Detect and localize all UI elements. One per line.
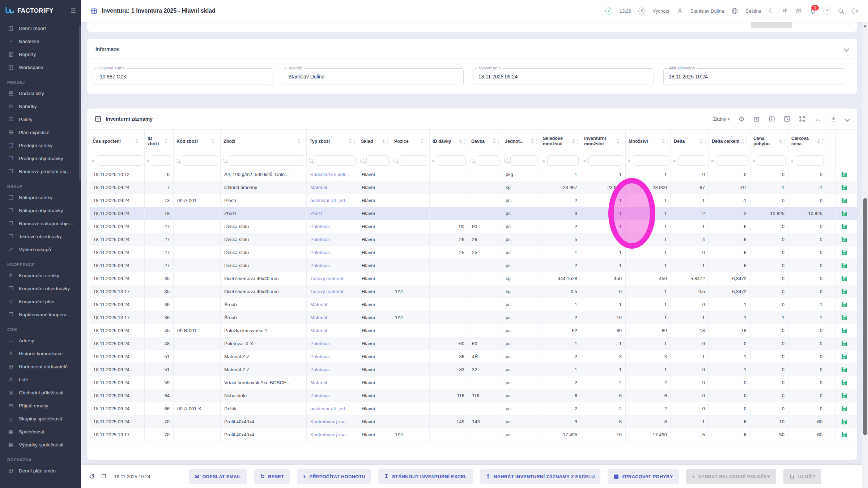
table-row[interactable]: 18.11.2025 09:2451Materiál Z-ZPolotovarH… bbox=[90, 363, 857, 376]
user-icon[interactable] bbox=[677, 8, 683, 14]
table-row[interactable]: 18.11.2025 09:2470Profil 40x40x4Kontrolo… bbox=[90, 415, 857, 428]
save-row-icon[interactable] bbox=[841, 392, 848, 399]
table-row[interactable]: 18.11.2025 09:241300-A-001Plechpolotovar… bbox=[90, 194, 857, 207]
sum-sigma-icon[interactable]: Σ bbox=[531, 138, 534, 144]
language-label[interactable]: Čeština bbox=[745, 8, 761, 14]
sum-sigma-icon[interactable]: Σ bbox=[349, 138, 352, 144]
column-resize-handle[interactable] bbox=[705, 139, 706, 144]
sum-sigma-icon[interactable]: Σ bbox=[212, 138, 214, 144]
filter-input-zbozi[interactable] bbox=[229, 155, 304, 166]
sidebar-item-plan-expedice[interactable]: ⊞Plán expedice bbox=[0, 126, 81, 139]
column-resize-handle[interactable] bbox=[784, 139, 785, 144]
cell-typ-zbozi[interactable]: polotovar alt. jed... bbox=[307, 402, 358, 415]
sum-sigma-icon[interactable]: Σ bbox=[459, 138, 462, 144]
column-header-typ-zbozi[interactable]: Typ zbožíΣ bbox=[307, 130, 358, 153]
settings-gear-icon[interactable]: ⚙ bbox=[739, 115, 745, 123]
gift-icon[interactable] bbox=[796, 8, 802, 14]
sidebar-item-vyhled-nakupu[interactable]: ↗Výhled nákupů bbox=[0, 243, 81, 256]
sidebar-item-workspace[interactable]: ◰Workspace bbox=[0, 61, 81, 74]
column-resize-handle[interactable] bbox=[746, 139, 747, 144]
sidebar-scrollbar-thumb[interactable] bbox=[79, 25, 81, 181]
sum-sigma-icon[interactable]: Σ bbox=[493, 138, 496, 144]
column-header-id-zbozi[interactable]: ID zbožíΣ bbox=[145, 130, 174, 153]
save-row-icon[interactable] bbox=[841, 236, 848, 243]
save-row-icon[interactable] bbox=[841, 327, 848, 334]
sidebar-item-lide[interactable]: ♙Lidé bbox=[0, 373, 81, 386]
cell-typ-zbozi[interactable]: Polotovar bbox=[307, 389, 358, 402]
sidebar-item-obchodni-prilezitosti[interactable]: ◎Obchodní příležitosti bbox=[0, 386, 81, 399]
filter-input-sklad[interactable] bbox=[366, 155, 389, 166]
filter-input-id-davky[interactable] bbox=[437, 155, 466, 166]
cell-typ-zbozi[interactable]: Materiál bbox=[307, 181, 358, 194]
table-row[interactable]: 18.11.2025 09:2464Noha stoluPolotovarHla… bbox=[90, 389, 857, 402]
save-row-icon[interactable] bbox=[841, 288, 848, 295]
save-row-icon[interactable] bbox=[841, 431, 848, 438]
save-row-icon[interactable] bbox=[841, 314, 848, 321]
help-icon[interactable]: ? bbox=[824, 8, 830, 14]
column-resize-handle[interactable] bbox=[536, 139, 537, 144]
button-reset[interactable]: ↻RESET bbox=[254, 469, 290, 484]
table-row[interactable]: 18.11.2025 09:2459Vrtací šroubovák Aku B… bbox=[90, 376, 857, 389]
save-row-icon[interactable] bbox=[841, 197, 848, 204]
column-header-id-davky[interactable]: ID dávkyΣ bbox=[430, 130, 468, 153]
table-row[interactable]: 18.11.2025 09:2427Deska stoluPolotovarHl… bbox=[90, 233, 857, 246]
sum-sigma-icon[interactable]: Σ bbox=[421, 138, 424, 144]
column-header-mnozstvi[interactable]: MnožstvíΣ bbox=[626, 130, 671, 153]
cell-typ-zbozi[interactable]: Materiál bbox=[307, 311, 358, 324]
scrollbar-thumb[interactable] bbox=[863, 198, 867, 435]
column-header-inventurni-mnozstvi[interactable]: Inventurní množstvíΣ bbox=[581, 130, 626, 153]
sidebar-item-kooperacni-ceniky[interactable]: ⋔Kooperační ceníky bbox=[0, 269, 81, 282]
updated-at-field[interactable]: Aktualizováno 18.11.2025 10:24 bbox=[663, 68, 844, 85]
sum-sigma-icon[interactable]: Σ bbox=[817, 138, 820, 144]
table-row[interactable]: 18.11.2025 09:2427Deska stoluPolotovarHl… bbox=[90, 259, 857, 272]
table-row[interactable]: 18.11.2025 10:126A4, 100 g/m2, 500 listů… bbox=[90, 168, 857, 181]
currency-profile-icon[interactable]: $ bbox=[638, 8, 645, 14]
workspace-icon[interactable] bbox=[784, 116, 790, 122]
table-row[interactable]: 18.11.2025 09:2451Materiál Z-ZPolotovarH… bbox=[90, 350, 857, 363]
column-resize-handle[interactable] bbox=[667, 139, 668, 144]
filter-input-mnozstvi[interactable] bbox=[633, 155, 668, 166]
save-row-icon[interactable] bbox=[841, 262, 848, 269]
save-row-icon[interactable] bbox=[841, 249, 848, 256]
sum-sigma-icon[interactable]: Σ bbox=[700, 138, 703, 144]
cell-typ-zbozi[interactable]: Tyčový materiál bbox=[307, 285, 358, 298]
cell-typ-zbozi[interactable]: Polotovar bbox=[307, 259, 358, 272]
cell-typ-zbozi[interactable]: Zboží bbox=[307, 207, 358, 220]
sidebar-item-historie-komunikace[interactable]: ♙Historie komunikace bbox=[0, 347, 81, 360]
column-header-skladove-mnozstvi[interactable]: Skladové množstvíΣ bbox=[540, 130, 581, 153]
cell-typ-zbozi[interactable]: Polotovar bbox=[307, 363, 358, 376]
scroll-up-arrow-icon[interactable] bbox=[864, 25, 867, 27]
column-resize-handle[interactable] bbox=[577, 139, 578, 144]
sum-sigma-icon[interactable]: Σ bbox=[136, 138, 139, 144]
button-vybrat-skladove-polozky[interactable]: +VYBRAT SKLADOVÉ POLOŽKY bbox=[686, 469, 776, 484]
cell-typ-zbozi[interactable]: Kontrolovaný ma... bbox=[307, 428, 358, 441]
sum-sigma-icon[interactable]: Σ bbox=[617, 138, 620, 144]
profile-label[interactable]: Výchozí bbox=[652, 8, 669, 14]
filter-input-davka[interactable] bbox=[477, 155, 499, 166]
sum-sigma-icon[interactable]: Σ bbox=[382, 138, 385, 144]
cell-typ-zbozi[interactable]: Materiál bbox=[307, 298, 358, 311]
sidebar-item-textove-objednavky[interactable]: ❐Textové objednávky bbox=[0, 230, 81, 243]
sidebar-item-hodnoceni-dodavatelu[interactable]: ⊞Hodnocení dodavatelů bbox=[0, 360, 81, 373]
filter-input-inventurni-mnozstvi[interactable] bbox=[588, 155, 623, 166]
button-stahnout-inventurni-excel[interactable]: ↧STÁHNOUT INVENTURNÍ EXCEL bbox=[378, 469, 473, 484]
column-header-cena-pohybu[interactable]: Cena pohybuΣ bbox=[750, 130, 788, 153]
table-row[interactable]: 18.11.2025 13:1736ŠroubMateriálHlavní1A1… bbox=[90, 311, 857, 324]
vertical-scrollbar[interactable] bbox=[862, 22, 868, 488]
sidebar-item-kooperacni-objednavky[interactable]: ❐Kooperační objednávky bbox=[0, 282, 81, 295]
table-row[interactable]: 18.11.2025 09:2427Deska stoluPolotovarHl… bbox=[90, 246, 857, 259]
column-header-zbozi[interactable]: ZbožíΣ bbox=[221, 130, 307, 153]
save-row-icon[interactable] bbox=[841, 171, 848, 178]
save-row-icon[interactable] bbox=[841, 301, 848, 308]
cell-typ-zbozi[interactable]: Tyčový materiál bbox=[307, 272, 358, 285]
sidebar-item-palety[interactable]: ☷Palety bbox=[0, 113, 81, 126]
save-row-icon[interactable] bbox=[841, 418, 848, 425]
dark-mode-icon[interactable]: ☾ bbox=[767, 6, 775, 16]
logout-icon[interactable] bbox=[852, 8, 859, 14]
column-header-jednot[interactable]: Jednot...Σ bbox=[502, 130, 540, 153]
sidebar-item-nakupni-ceniky[interactable]: ❏Nákupní ceníky bbox=[0, 191, 81, 204]
sidebar-item-prodejni-objednavky[interactable]: ❐Prodejní objednávky bbox=[0, 152, 81, 165]
button-ulozit[interactable]: ULOŽIT bbox=[783, 469, 821, 484]
save-row-icon[interactable] bbox=[841, 184, 848, 191]
save-row-icon[interactable] bbox=[841, 379, 848, 386]
